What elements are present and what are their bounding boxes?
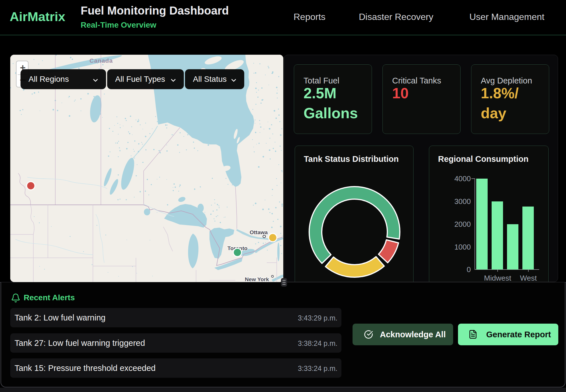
svg-text:1000: 1000: [454, 243, 471, 251]
svg-text:New York: New York: [245, 276, 269, 282]
svg-text:4000: 4000: [454, 174, 471, 183]
svg-text:West: West: [520, 274, 537, 282]
svg-text:2000: 2000: [454, 220, 471, 228]
svg-text:0: 0: [467, 265, 471, 274]
svg-text:Ottawa: Ottawa: [250, 229, 268, 235]
svg-text:Midwest: Midwest: [484, 274, 511, 282]
svg-text:Canada: Canada: [89, 57, 113, 64]
svg-text:3000: 3000: [454, 197, 471, 206]
